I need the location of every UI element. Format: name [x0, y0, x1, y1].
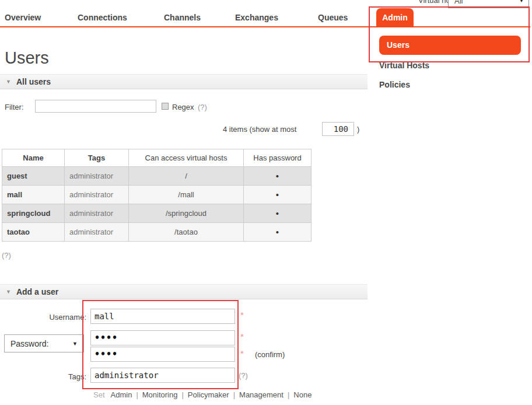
- regex-checkbox[interactable]: [162, 103, 169, 110]
- has-password-dot: •: [244, 204, 312, 223]
- tag-shortcut-none[interactable]: None: [293, 390, 312, 399]
- user-name-link[interactable]: mall: [2, 186, 65, 204]
- password-type-select[interactable]: Password: ▼: [4, 334, 84, 352]
- table-header-row: Name Tags Can access virtual hosts Has p…: [2, 149, 312, 167]
- table-row: mall administrator /mall •: [2, 186, 312, 204]
- separator: |: [136, 390, 138, 399]
- user-tags: administrator: [65, 223, 129, 242]
- user-tags: administrator: [65, 167, 129, 186]
- user-name-link[interactable]: guest: [2, 167, 65, 186]
- tags-label: Tags:: [34, 372, 86, 381]
- user-name-link[interactable]: taotao: [2, 223, 65, 242]
- regex-help-link[interactable]: (?): [198, 103, 207, 111]
- sidebar-item-virtual-hosts[interactable]: Virtual Hosts: [379, 61, 429, 70]
- user-vhosts: /mall: [129, 186, 244, 204]
- has-password-dot: •: [244, 223, 312, 242]
- tab-exchanges[interactable]: Exchanges: [235, 13, 278, 22]
- sidebar-item-policies[interactable]: Policies: [379, 80, 410, 89]
- users-table: Name Tags Can access virtual hosts Has p…: [2, 149, 312, 242]
- confirm-note: (confirm): [255, 350, 285, 359]
- username-label: Username:: [34, 313, 86, 322]
- collapse-triangle-icon: ▼: [6, 79, 11, 85]
- virtual-host-select[interactable]: All ▼: [448, 0, 529, 8]
- username-input[interactable]: [90, 309, 235, 324]
- user-tags: administrator: [65, 186, 129, 204]
- tab-admin[interactable]: Admin: [376, 8, 414, 27]
- tag-shortcut-management[interactable]: Management: [239, 390, 284, 399]
- has-password-dot: •: [244, 186, 312, 204]
- has-password-dot: •: [244, 167, 312, 186]
- col-header-vhosts: Can access virtual hosts: [129, 149, 244, 167]
- chevron-down-icon: ▼: [72, 341, 83, 347]
- collapse-triangle-icon: ▼: [6, 289, 11, 295]
- separator: |: [181, 390, 183, 399]
- tag-shortcuts-row: Set Admin | Monitoring | Policymaker | M…: [93, 390, 312, 399]
- all-users-title: All users: [16, 77, 51, 86]
- show-at-most-input[interactable]: [322, 122, 354, 136]
- password-input[interactable]: [90, 330, 235, 345]
- tab-queues[interactable]: Queues: [318, 13, 348, 22]
- all-users-section-header[interactable]: ▼ All users: [0, 74, 368, 89]
- password-confirm-input[interactable]: [90, 347, 235, 362]
- col-header-name[interactable]: Name: [2, 149, 65, 167]
- page-title: Users: [5, 48, 49, 68]
- add-user-section-header[interactable]: ▼ Add a user: [0, 284, 368, 299]
- items-count-suffix: ): [357, 125, 359, 134]
- filter-input[interactable]: [35, 100, 156, 113]
- table-row: springcloud administrator /springcloud •: [2, 204, 312, 223]
- user-name-link[interactable]: springcloud: [2, 204, 65, 223]
- col-header-has-password: Has password: [244, 149, 312, 167]
- filter-label: Filter:: [5, 103, 24, 111]
- password-select-value: Password:: [5, 339, 72, 348]
- separator: |: [288, 390, 289, 399]
- rabbitmq-users-page: Virtual host: All ▼ Overview Connections…: [0, 0, 532, 405]
- tags-input[interactable]: [90, 368, 235, 383]
- tab-overview[interactable]: Overview: [5, 13, 41, 22]
- table-help-link[interactable]: (?): [2, 251, 11, 260]
- separator: |: [233, 390, 235, 399]
- user-vhosts: /taotao: [129, 223, 244, 242]
- col-header-tags[interactable]: Tags: [65, 149, 129, 167]
- add-user-title: Add a user: [16, 287, 58, 296]
- required-asterisk: *: [240, 310, 244, 320]
- table-row: taotao administrator /taotao •: [2, 223, 312, 242]
- required-asterisk: *: [240, 331, 244, 341]
- user-vhosts: /springcloud: [129, 204, 244, 223]
- tag-shortcut-admin[interactable]: Admin: [111, 390, 132, 399]
- tab-channels[interactable]: Channels: [164, 13, 201, 22]
- items-count-text: 4 items (show at most: [223, 125, 296, 134]
- set-label: Set: [93, 390, 105, 399]
- user-tags: administrator: [65, 204, 129, 223]
- table-row: guest administrator / •: [2, 167, 312, 186]
- chevron-down-icon: ▼: [519, 0, 528, 4]
- virtual-host-value: All: [449, 0, 519, 5]
- regex-label: Regex: [172, 103, 194, 111]
- tab-connections[interactable]: Connections: [78, 13, 127, 22]
- sidebar-item-users[interactable]: Users: [379, 36, 521, 55]
- tag-shortcut-monitoring[interactable]: Monitoring: [142, 390, 178, 399]
- required-asterisk: *: [240, 348, 244, 358]
- user-vhosts: /: [129, 167, 244, 186]
- nav-underline: [0, 26, 530, 27]
- tags-help-link[interactable]: (?): [239, 371, 248, 380]
- tag-shortcut-policymaker[interactable]: Policymaker: [188, 390, 229, 399]
